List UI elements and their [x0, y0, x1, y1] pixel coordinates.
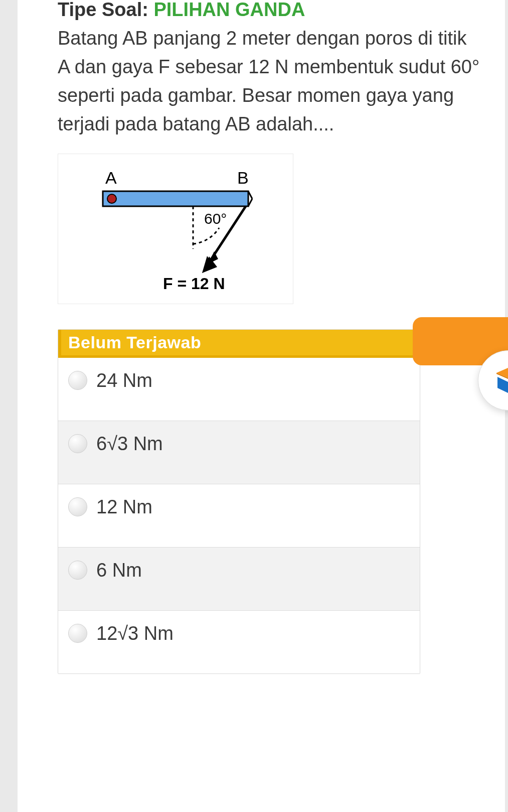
radio-icon: [68, 624, 87, 643]
pivot-point: [107, 194, 116, 203]
question-page: Tipe Soal: PILIHAN GANDA Batang AB panja…: [0, 0, 508, 812]
option-c[interactable]: 12 Nm: [58, 484, 420, 547]
option-d[interactable]: 6 Nm: [58, 547, 420, 610]
bar-ab: [103, 191, 248, 206]
option-label: 12√3 Nm: [96, 623, 174, 644]
label-a: A: [105, 168, 117, 187]
option-e[interactable]: 12√3 Nm: [58, 610, 420, 673]
radio-icon: [68, 561, 87, 580]
option-label: 24 Nm: [96, 370, 152, 391]
option-label: 6 Nm: [96, 560, 142, 581]
question-type-line: Tipe Soal: PILIHAN GANDA: [58, 0, 481, 20]
angle-arc: [193, 228, 219, 244]
option-a[interactable]: 24 Nm: [58, 358, 420, 421]
question-type-value: PILIHAN GANDA: [153, 0, 305, 20]
radio-icon: [68, 434, 87, 453]
label-b: B: [237, 168, 249, 187]
side-widget: [413, 317, 508, 411]
diagram-card: A B 60° F = 12 N: [58, 154, 293, 304]
angle-label: 60°: [204, 210, 227, 227]
answer-status: Belum Terjawab: [58, 330, 420, 358]
question-type-label: Tipe Soal:: [58, 0, 153, 20]
answers-panel: Belum Terjawab 24 Nm 6√3 Nm 12 Nm 6 Nm 1…: [58, 329, 420, 674]
option-label: 12 Nm: [96, 496, 152, 518]
diagram-container: A B 60° F = 12 N: [58, 154, 481, 304]
option-label: 6√3 Nm: [96, 433, 163, 455]
radio-icon: [68, 497, 87, 516]
option-b[interactable]: 6√3 Nm: [58, 421, 420, 484]
force-label: F = 12 N: [163, 275, 225, 293]
question-text: Batang AB panjang 2 meter dengan poros d…: [58, 24, 481, 139]
torque-diagram: A B 60° F = 12 N: [78, 164, 273, 294]
radio-icon: [68, 371, 87, 390]
logo-icon: [491, 364, 508, 397]
